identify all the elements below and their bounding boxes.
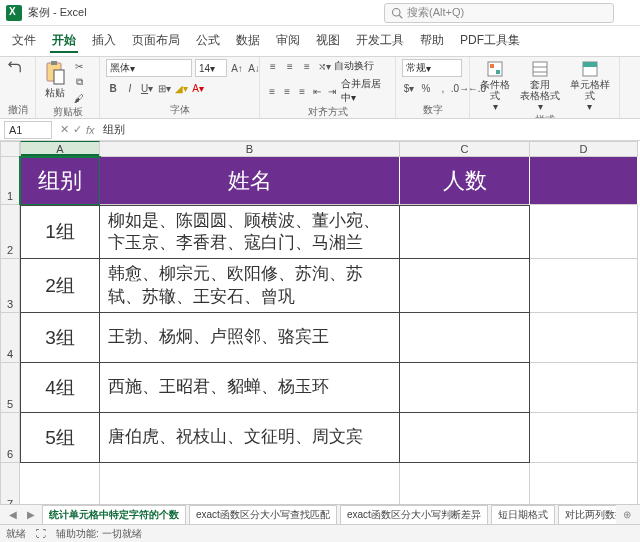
cell-B2[interactable]: 柳如是、陈圆圆、顾横波、董小宛、卞玉京、李香君、寇白门、马湘兰 (100, 205, 400, 259)
cell-A2[interactable]: 1组 (20, 205, 100, 259)
format-painter-button[interactable]: 🖌 (72, 91, 86, 105)
ribbon-tab-6[interactable]: 审阅 (274, 30, 302, 53)
ribbon-tab-1[interactable]: 开始 (50, 30, 78, 53)
font-size-select[interactable]: 14 ▾ (195, 59, 227, 77)
cell-D3[interactable] (530, 259, 638, 313)
row-header-3[interactable]: 3 (0, 259, 20, 313)
bold-button[interactable]: B (106, 81, 120, 95)
cancel-formula-icon[interactable]: ✕ (60, 123, 69, 136)
sheet-tab-1[interactable]: exact函数区分大小写查找匹配 (189, 505, 337, 525)
indent-inc-button[interactable]: ⇥ (326, 84, 338, 98)
col-header-C[interactable]: C (400, 141, 530, 157)
row-header-1[interactable]: 1 (0, 157, 20, 205)
formula-bar[interactable]: 组别 (99, 122, 640, 137)
italic-button[interactable]: I (123, 81, 137, 95)
table-format-button[interactable]: 套用 表格格式▾ (518, 59, 562, 113)
col-header-D[interactable]: D (530, 141, 638, 157)
cell-A5[interactable]: 4组 (20, 363, 100, 413)
paste-button[interactable]: 粘贴 (42, 59, 68, 99)
cell-C3[interactable] (400, 259, 530, 313)
cell-D1[interactable] (530, 157, 638, 205)
col-header-B[interactable]: B (100, 141, 400, 157)
sheet-nav-prev[interactable]: ◀ (6, 509, 20, 520)
conditional-format-button[interactable]: 条件格式▾ (476, 59, 514, 113)
enter-formula-icon[interactable]: ✓ (73, 123, 82, 136)
currency-button[interactable]: $▾ (402, 81, 416, 95)
cell-A3[interactable]: 2组 (20, 259, 100, 313)
sheet-tab-4[interactable]: 对比两列数据差异 (558, 505, 616, 525)
svg-point-0 (393, 8, 401, 16)
align-right-button[interactable]: ≡ (296, 84, 308, 98)
new-sheet-button[interactable]: ⊕ (620, 509, 634, 520)
cell-C6[interactable] (400, 413, 530, 463)
decrease-font-icon[interactable]: A↓ (247, 61, 261, 75)
svg-rect-3 (51, 61, 57, 65)
cell-C1[interactable]: 人数 (400, 157, 530, 205)
cell-D4[interactable] (530, 313, 638, 363)
sheet-tab-2[interactable]: exact函数区分大小写判断差异 (340, 505, 488, 525)
cell-C2[interactable] (400, 205, 530, 259)
cell-D6[interactable] (530, 413, 638, 463)
cell-A4[interactable]: 3组 (20, 313, 100, 363)
fx-icon[interactable]: fx (86, 124, 95, 136)
indent-dec-button[interactable]: ⇤ (311, 84, 323, 98)
cell-B1[interactable]: 姓名 (100, 157, 400, 205)
border-button[interactable]: ⊞▾ (157, 81, 171, 95)
font-color-button[interactable]: A▾ (191, 81, 205, 95)
ribbon-tab-5[interactable]: 数据 (234, 30, 262, 53)
select-all-corner[interactable] (0, 141, 20, 157)
align-center-button[interactable]: ≡ (281, 84, 293, 98)
cell-styles-button[interactable]: 单元格样式▾ (566, 59, 613, 113)
wrap-text-button[interactable]: 自动换行 (334, 59, 374, 73)
svg-rect-6 (490, 64, 494, 68)
name-box[interactable]: A1 (4, 121, 52, 139)
comma-button[interactable]: , (436, 81, 450, 95)
copy-button[interactable]: ⧉ (72, 75, 86, 89)
cell-A6[interactable]: 5组 (20, 413, 100, 463)
col-header-A[interactable]: A (20, 141, 100, 157)
cell-C4[interactable] (400, 313, 530, 363)
ribbon-tab-9[interactable]: 帮助 (418, 30, 446, 53)
align-bottom-button[interactable]: ≡ (300, 59, 314, 73)
sheet-nav-next[interactable]: ▶ (24, 509, 38, 520)
ribbon-tab-4[interactable]: 公式 (194, 30, 222, 53)
align-middle-button[interactable]: ≡ (283, 59, 297, 73)
font-name-select[interactable]: 黑体 ▾ (106, 59, 192, 77)
sheet-grid[interactable]: ABCD 1组别姓名人数21组柳如是、陈圆圆、顾横波、董小宛、卞玉京、李香君、寇… (0, 141, 640, 521)
cell-A1[interactable]: 组别 (20, 157, 100, 205)
cell-D2[interactable] (530, 205, 638, 259)
fill-color-button[interactable]: ◢▾ (174, 81, 188, 95)
ribbon-tab-2[interactable]: 插入 (90, 30, 118, 53)
ribbon-tab-3[interactable]: 页面布局 (130, 30, 182, 53)
row-header-6[interactable]: 6 (0, 413, 20, 463)
cell-D5[interactable] (530, 363, 638, 413)
ribbon-tab-10[interactable]: PDF工具集 (458, 30, 522, 53)
number-format-select[interactable]: 常规 ▾ (402, 59, 462, 77)
cell-B6[interactable]: 唐伯虎、祝枝山、文征明、周文宾 (100, 413, 400, 463)
align-left-button[interactable]: ≡ (266, 84, 278, 98)
column-headers: ABCD (20, 141, 638, 157)
underline-button[interactable]: U▾ (140, 81, 154, 95)
ribbon-tab-7[interactable]: 视图 (314, 30, 342, 53)
orientation-button[interactable]: ⤭▾ (317, 59, 331, 73)
ribbon-tab-0[interactable]: 文件 (10, 30, 38, 53)
cell-C5[interactable] (400, 363, 530, 413)
cut-button[interactable]: ✂ (72, 59, 86, 73)
inc-decimal-button[interactable]: .0→ (453, 81, 467, 95)
sheet-tab-0[interactable]: 统计单元格中特定字符的个数 (42, 505, 186, 525)
percent-button[interactable]: % (419, 81, 433, 95)
row-header-5[interactable]: 5 (0, 363, 20, 413)
undo-icon (8, 60, 22, 74)
row-header-2[interactable]: 2 (0, 205, 20, 259)
increase-font-icon[interactable]: A↑ (230, 61, 244, 75)
undo-button[interactable] (6, 59, 24, 76)
ribbon-tab-8[interactable]: 开发工具 (354, 30, 406, 53)
align-top-button[interactable]: ≡ (266, 59, 280, 73)
search-box[interactable]: 搜索(Alt+Q) (384, 3, 614, 23)
merge-button[interactable]: 合并后居中▾ (341, 77, 389, 105)
cell-B3[interactable]: 韩愈、柳宗元、欧阳修、苏洵、苏轼、苏辙、王安石、曾巩 (100, 259, 400, 313)
sheet-tab-3[interactable]: 短日期格式 (491, 505, 555, 525)
cell-B5[interactable]: 西施、王昭君、貂蝉、杨玉环 (100, 363, 400, 413)
row-header-4[interactable]: 4 (0, 313, 20, 363)
cell-B4[interactable]: 王勃、杨炯、卢照邻、骆宾王 (100, 313, 400, 363)
